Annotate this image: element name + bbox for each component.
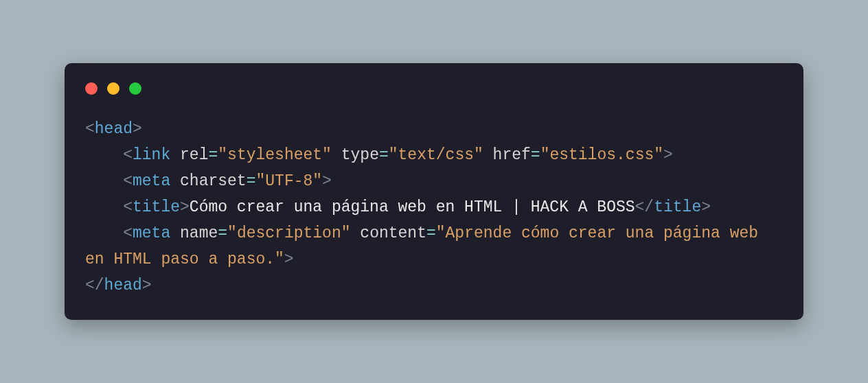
code-line-4: <title>Cómo crear una página web en HTML…: [123, 198, 711, 216]
tag-meta: meta: [133, 224, 170, 242]
string-estilos: "estilos.css": [540, 146, 663, 164]
tag-title-open: title: [133, 198, 180, 216]
title-text: Cómo crear una página web en HTML | HACK…: [190, 198, 635, 216]
bracket: >: [180, 198, 190, 216]
bracket: >: [322, 172, 332, 190]
attr-type: type: [341, 146, 379, 164]
attr-name: name: [180, 224, 218, 242]
attr-content: content: [360, 224, 426, 242]
equals: =: [247, 172, 256, 190]
string-utf8: "UTF-8": [255, 172, 322, 190]
code-window: <head> <link rel="stylesheet" type="text…: [65, 63, 803, 320]
tag-head-close: head: [104, 277, 142, 294]
equals: =: [208, 146, 218, 164]
tag-head: head: [95, 120, 133, 138]
equals: =: [218, 224, 227, 242]
equals: =: [379, 146, 389, 164]
attr-rel: rel: [180, 146, 208, 164]
attr-href: href: [493, 146, 531, 164]
maximize-icon[interactable]: [129, 82, 141, 95]
string-textcss: "text/css": [389, 146, 483, 164]
bracket: </: [85, 277, 104, 294]
bracket: <: [123, 172, 133, 190]
code-line-2: <link rel="stylesheet" type="text/css" h…: [123, 146, 673, 164]
bracket: <: [123, 224, 133, 242]
close-icon[interactable]: [85, 82, 98, 95]
tag-link: link: [133, 146, 170, 164]
tag-title-close: title: [654, 198, 701, 216]
minimize-icon[interactable]: [107, 82, 119, 95]
bracket: >: [133, 120, 142, 138]
code-line-1: <head>: [85, 120, 142, 138]
bracket: <: [123, 146, 133, 164]
code-line-3: <meta charset="UTF-8">: [123, 172, 332, 190]
equals: =: [531, 146, 540, 164]
traffic-lights: [85, 82, 783, 95]
equals: =: [426, 224, 436, 242]
bracket: <: [123, 198, 133, 216]
bracket: >: [284, 251, 294, 268]
code-line-5: <meta name="description" content="Aprend…: [85, 224, 768, 268]
code-content: <head> <link rel="stylesheet" type="text…: [85, 117, 783, 299]
bracket: >: [701, 198, 711, 216]
string-stylesheet: "stylesheet": [218, 146, 332, 164]
bracket: >: [142, 277, 152, 294]
attr-charset: charset: [180, 172, 247, 190]
bracket: <: [85, 120, 95, 138]
tag-meta: meta: [133, 172, 170, 190]
string-description: "description": [227, 224, 350, 242]
bracket: </: [635, 198, 654, 216]
bracket: >: [663, 146, 673, 164]
code-line-6: </head>: [85, 277, 152, 294]
